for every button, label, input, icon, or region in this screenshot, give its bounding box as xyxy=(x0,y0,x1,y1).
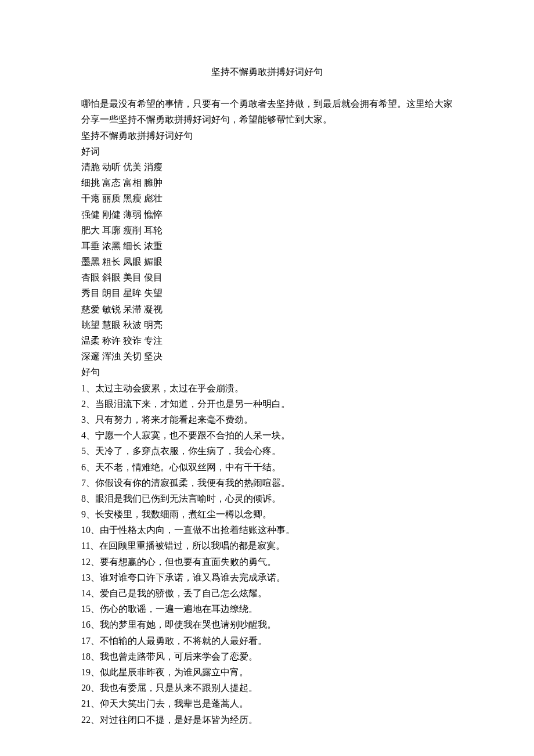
sentence-item: 15、伤心的歌谣，一遍一遍地在耳边缭绕。 xyxy=(81,601,453,617)
sentence-item: 18、我也曾走路带风，可后来学会了恋爱。 xyxy=(81,649,453,664)
intro-paragraph: 哪怕是最没有希望的事情，只要有一个勇敢者去坚持做，到最后就会拥有希望。这里给大家… xyxy=(81,96,453,127)
subtitle: 坚持不懈勇敢拼搏好词好句 xyxy=(81,128,453,143)
word-row: 强健 刚健 薄弱 憔悴 xyxy=(81,207,453,222)
sentence-item: 12、要有想赢的心，但也要有直面失败的勇气。 xyxy=(81,554,453,570)
page-title: 坚持不懈勇敢拼搏好词好句 xyxy=(81,64,453,80)
sentence-item: 21、仰天大笑出门去，我辈岂是蓬蒿人。 xyxy=(81,696,453,711)
word-row: 深邃 浑浊 关切 坚决 xyxy=(81,348,453,364)
word-row: 慈爱 敏锐 呆滞 凝视 xyxy=(81,301,453,317)
word-row: 肥大 耳廓 瘦削 耳轮 xyxy=(81,222,453,238)
sentence-item: 3、只有努力，将来才能看起来毫不费劲。 xyxy=(81,412,453,427)
sentence-item: 10、由于性格太内向，一直做不出抢着结账这种事。 xyxy=(81,522,453,538)
document-page: 坚持不懈勇敢拼搏好词好句 哪怕是最没有希望的事情，只要有一个勇敢者去坚持做，到最… xyxy=(0,0,534,756)
sentence-item: 9、长安楼里，我数细雨，煮红尘一樽以念卿。 xyxy=(81,506,453,522)
sentence-item: 16、我的梦里有她，即使我在哭也请别吵醒我。 xyxy=(81,617,453,632)
sentence-item: 6、天不老，情难绝。心似双丝网，中有千千结。 xyxy=(81,459,453,475)
word-row: 杏眼 斜眼 美目 俊目 xyxy=(81,269,453,285)
sentence-item: 2、当眼泪流下来，才知道，分开也是另一种明白。 xyxy=(81,396,453,412)
sentence-item: 11、在回顾里重播被错过，所以我唱的都是寂寞。 xyxy=(81,538,453,553)
sentence-item: 20、我也有委屈，只是从来不跟别人提起。 xyxy=(81,680,453,696)
good-sentences-heading: 好句 xyxy=(81,364,453,380)
sentence-item: 4、宁愿一个人寂寞，也不要跟不合拍的人呆一块。 xyxy=(81,427,453,443)
sentence-item: 7、你假设有你的清寂孤柔，我便有我的热闹喧嚣。 xyxy=(81,475,453,491)
word-row: 细挑 富态 富相 臃肿 xyxy=(81,175,453,190)
word-row: 干瘪 丽质 黑瘦 彪壮 xyxy=(81,190,453,206)
word-row: 眺望 慧眼 秋波 明亮 xyxy=(81,317,453,333)
sentence-item: 14、爱自己是我的骄傲，丢了自己怎么炫耀。 xyxy=(81,585,453,601)
word-row: 墨黑 粗长 凤眼 媚眼 xyxy=(81,254,453,269)
word-row: 秀目 朗目 星眸 失望 xyxy=(81,285,453,301)
sentence-item: 19、似此星辰非昨夜，为谁风露立中宵。 xyxy=(81,664,453,680)
sentence-item: 5、天冷了，多穿点衣服，你生病了，我会心疼。 xyxy=(81,443,453,459)
sentence-item: 1、太过主动会疲累，太过在乎会崩溃。 xyxy=(81,380,453,396)
word-row: 耳垂 浓黑 细长 浓重 xyxy=(81,238,453,254)
good-words-heading: 好词 xyxy=(81,143,453,159)
word-row: 清脆 动听 优美 消瘦 xyxy=(81,159,453,175)
word-row: 温柔 称许 狡诈 专注 xyxy=(81,333,453,348)
sentence-item: 17、不怕输的人最勇敢，不将就的人最好看。 xyxy=(81,633,453,649)
sentence-item: 13、谁对谁夸口许下承诺，谁又爲谁去完成承诺。 xyxy=(81,570,453,585)
sentence-item: 8、眼泪是我们已伤到无法言喻时，心灵的倾诉。 xyxy=(81,491,453,506)
sentence-item: 22、对过往闭口不提，是好是坏皆为经历。 xyxy=(81,712,453,728)
